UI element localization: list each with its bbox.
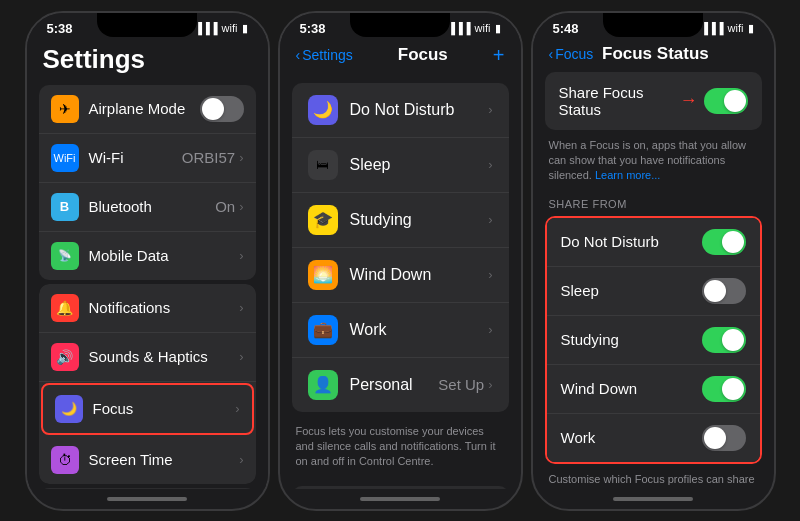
- settings-group-3: ⚙ General › ◻◻ Control Centre › AA Displ…: [39, 488, 256, 489]
- focus-note: Focus lets you customise your devices an…: [280, 420, 521, 478]
- sounds-icon: 🔊: [51, 343, 79, 371]
- row-airplane[interactable]: ✈ Airplane Mode: [39, 85, 256, 134]
- share-sleep-label: Sleep: [561, 282, 702, 299]
- work-icon: 💼: [308, 315, 338, 345]
- bluetooth-value: On: [215, 198, 235, 215]
- share-focus-group: Share Focus Status →: [545, 72, 762, 130]
- time-3: 5:48: [553, 21, 579, 36]
- row-wifi[interactable]: WiFi Wi-Fi ORBI57 ›: [39, 134, 256, 183]
- personal-label: Personal: [350, 376, 439, 394]
- dnd-icon: 🌙: [308, 95, 338, 125]
- sleep-icon: 🛏: [308, 150, 338, 180]
- share-focus-row[interactable]: Share Focus Status →: [545, 72, 762, 130]
- settings-list: ✈ Airplane Mode WiFi Wi-Fi ORBI57 › B Bl…: [27, 85, 268, 489]
- personal-icon: 👤: [308, 370, 338, 400]
- screen-time-label: Screen Time: [89, 451, 240, 468]
- share-studying-label: Studying: [561, 331, 702, 348]
- airplane-toggle[interactable]: [200, 96, 244, 122]
- add-focus-button[interactable]: +: [493, 44, 505, 67]
- sounds-label: Sounds & Haptics: [89, 348, 240, 365]
- share-from-label: SHARE FROM: [533, 190, 774, 214]
- row-general[interactable]: ⚙ General ›: [39, 488, 256, 489]
- notifications-icon: 🔔: [51, 294, 79, 322]
- share-from-work[interactable]: Work: [547, 414, 760, 462]
- phone-focus: 5:38 ▐▐▐ wifi ▮ ‹ Settings Focus + 🌙 Do …: [278, 11, 523, 511]
- focus-item-wind-down[interactable]: 🌅 Wind Down ›: [292, 248, 509, 303]
- signal-icon-3: ▐▐▐: [700, 22, 723, 34]
- nav-bar-3: ‹ Focus Focus Status: [533, 40, 774, 72]
- share-work-label: Work: [561, 429, 702, 446]
- focus-items-group: 🌙 Do Not Disturb › 🛏 Sleep › 🎓 Studying …: [292, 83, 509, 412]
- studying-icon: 🎓: [308, 205, 338, 235]
- dnd-label: Do Not Disturb: [350, 101, 489, 119]
- personal-value: Set Up: [438, 376, 484, 393]
- back-button-3[interactable]: ‹ Focus: [549, 46, 594, 62]
- focus-item-dnd[interactable]: 🌙 Do Not Disturb ›: [292, 83, 509, 138]
- share-work-toggle[interactable]: [702, 425, 746, 451]
- time-1: 5:38: [47, 21, 73, 36]
- mobile-data-icon: 📡: [51, 242, 79, 270]
- wifi-value: ORBI57: [182, 149, 235, 166]
- row-mobile-data[interactable]: 📡 Mobile Data ›: [39, 232, 256, 280]
- wifi-label: Wi-Fi: [89, 149, 182, 166]
- row-focus[interactable]: 🌙 Focus ›: [41, 383, 254, 435]
- share-sleep-toggle[interactable]: [702, 278, 746, 304]
- battery-icon-2: ▮: [495, 22, 501, 35]
- screen-time-icon: ⏱: [51, 446, 79, 474]
- wifi-icon-3: wifi: [728, 22, 744, 34]
- share-wind-down-label: Wind Down: [561, 380, 702, 397]
- learn-more-link[interactable]: Learn more...: [595, 169, 660, 181]
- airplane-icon: ✈: [51, 95, 79, 123]
- share-dnd-toggle[interactable]: [702, 229, 746, 255]
- time-2: 5:38: [300, 21, 326, 36]
- signal-icon: ▐▐▐: [194, 22, 217, 34]
- settings-group-1: ✈ Airplane Mode WiFi Wi-Fi ORBI57 › B Bl…: [39, 85, 256, 280]
- focus-icon: 🌙: [55, 395, 83, 423]
- share-from-sleep[interactable]: Sleep: [547, 267, 760, 316]
- nav-bar-2: ‹ Settings Focus +: [280, 40, 521, 75]
- focus-content: 🌙 Do Not Disturb › 🛏 Sleep › 🎓 Studying …: [280, 75, 521, 489]
- share-wind-down-toggle[interactable]: [702, 376, 746, 402]
- home-indicator-3: [533, 489, 774, 509]
- wifi-icon: wifi: [222, 22, 238, 34]
- studying-label: Studying: [350, 211, 489, 229]
- settings-group-2-wrapper: 🔔 Notifications › 🔊 Sounds & Haptics › 🌙…: [39, 284, 256, 484]
- share-from-note: Customise which Focus profiles can share…: [533, 468, 774, 489]
- row-sounds[interactable]: 🔊 Sounds & Haptics ›: [39, 333, 256, 382]
- row-bluetooth[interactable]: B Bluetooth On ›: [39, 183, 256, 232]
- share-dnd-label: Do Not Disturb: [561, 233, 702, 250]
- phone-focus-status: 5:48 ▐▐▐ wifi ▮ ‹ Focus Focus Status Sha…: [531, 11, 776, 511]
- share-from-wind-down[interactable]: Wind Down: [547, 365, 760, 414]
- battery-icon: ▮: [242, 22, 248, 35]
- status-icons-3: ▐▐▐ wifi ▮: [700, 22, 753, 35]
- home-indicator-1: [27, 489, 268, 509]
- share-focus-toggle[interactable]: [704, 88, 748, 114]
- battery-icon-3: ▮: [748, 22, 754, 35]
- focus-item-personal[interactable]: 👤 Personal Set Up ›: [292, 358, 509, 412]
- focus-item-sleep[interactable]: 🛏 Sleep ›: [292, 138, 509, 193]
- work-label: Work: [350, 321, 489, 339]
- home-indicator-2: [280, 489, 521, 509]
- share-from-studying[interactable]: Studying: [547, 316, 760, 365]
- bluetooth-label: Bluetooth: [89, 198, 216, 215]
- back-button-2[interactable]: ‹ Settings: [296, 47, 353, 63]
- focus-label: Focus: [93, 400, 236, 417]
- row-notifications[interactable]: 🔔 Notifications ›: [39, 284, 256, 333]
- airplane-label: Airplane Mode: [89, 100, 200, 117]
- focus-item-work[interactable]: 💼 Work ›: [292, 303, 509, 358]
- focus-status-title: Focus Status: [593, 44, 717, 64]
- share-focus-arrow: →: [680, 90, 698, 111]
- settings-title: Settings: [43, 44, 252, 75]
- status-icons-1: ▐▐▐ wifi ▮: [194, 22, 247, 35]
- row-screen-time[interactable]: ⏱ Screen Time ›: [39, 436, 256, 484]
- bluetooth-icon: B: [51, 193, 79, 221]
- share-studying-toggle[interactable]: [702, 327, 746, 353]
- focus-item-studying[interactable]: 🎓 Studying ›: [292, 193, 509, 248]
- sleep-label: Sleep: [350, 156, 489, 174]
- status-icons-2: ▐▐▐ wifi ▮: [447, 22, 500, 35]
- wifi-icon-2: wifi: [475, 22, 491, 34]
- notifications-label: Notifications: [89, 299, 240, 316]
- phone-settings: 5:38 ▐▐▐ wifi ▮ Settings ✈ Airplane Mode…: [25, 11, 270, 511]
- share-from-dnd[interactable]: Do Not Disturb: [547, 218, 760, 267]
- wind-down-label: Wind Down: [350, 266, 489, 284]
